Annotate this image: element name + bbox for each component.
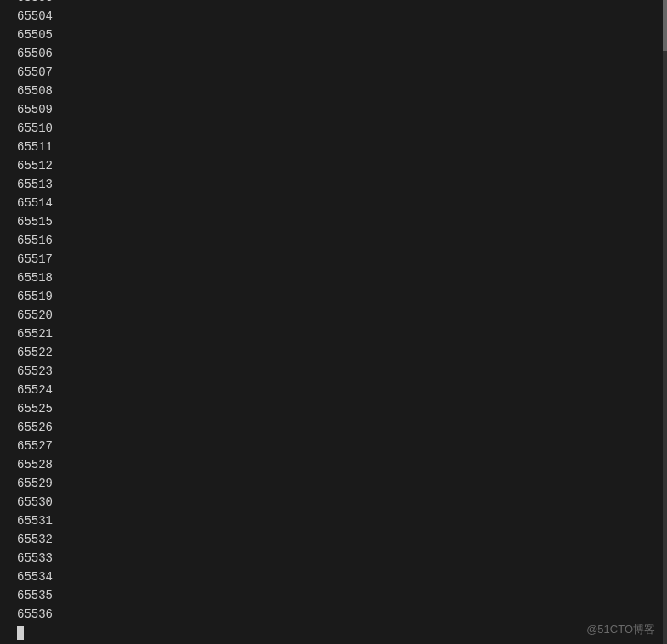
terminal-line: 65534	[17, 568, 663, 586]
watermark-text: @51CTO博客	[586, 622, 655, 637]
terminal-line: 65510	[17, 119, 663, 138]
terminal-line: 65506	[17, 44, 663, 63]
terminal-line: 65529	[17, 474, 663, 493]
terminal-line: 65535	[17, 586, 663, 605]
terminal-line: 65522	[17, 343, 663, 362]
terminal-line: 65532	[17, 530, 663, 549]
terminal-line: 65521	[17, 325, 663, 343]
terminal-line: 65527	[17, 437, 663, 455]
terminal-line: 65523	[17, 362, 663, 381]
terminal-line: 65505	[17, 25, 663, 44]
terminal-line: 65528	[17, 455, 663, 474]
terminal-line: 65530	[17, 493, 663, 511]
terminal-line: 65514	[17, 194, 663, 212]
terminal-line: 65507	[17, 63, 663, 82]
terminal-line: 65519	[17, 287, 663, 306]
terminal-line: 65525	[17, 399, 663, 418]
terminal-line: 65520	[17, 306, 663, 325]
terminal-line: 65517	[17, 250, 663, 268]
terminal-cursor	[17, 626, 24, 640]
scrollbar-thumb[interactable]	[663, 0, 667, 51]
terminal-line: 65503	[17, 0, 663, 7]
terminal-line: 65536	[17, 605, 663, 624]
terminal-line: 65513	[17, 175, 663, 194]
terminal-line: 65531	[17, 511, 663, 530]
terminal-line: 65509	[17, 100, 663, 119]
vertical-scrollbar[interactable]	[663, 0, 667, 644]
terminal-line: 65511	[17, 138, 663, 156]
terminal-line: 65512	[17, 156, 663, 175]
terminal-line: 65516	[17, 231, 663, 250]
terminal-line: 65518	[17, 268, 663, 287]
terminal-line: 65508	[17, 82, 663, 100]
terminal-output[interactable]: 6550365504655056550665507655086550965510…	[0, 0, 663, 644]
terminal-line: 65524	[17, 381, 663, 399]
terminal-line: 65526	[17, 418, 663, 437]
terminal-line: 65515	[17, 212, 663, 231]
terminal-line: 65533	[17, 549, 663, 568]
terminal-line: 65504	[17, 7, 663, 25]
cursor-line	[17, 624, 663, 640]
